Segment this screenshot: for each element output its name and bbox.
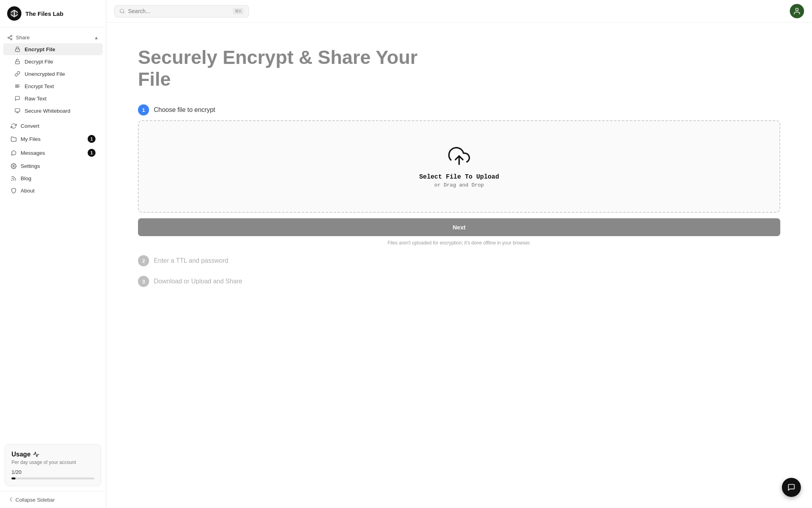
sidebar-item-blog-label: Blog xyxy=(21,175,31,181)
sidebar-item-about-label: About xyxy=(21,188,34,194)
lock-icon xyxy=(14,46,21,52)
sidebar-item-raw-text[interactable]: Raw Text xyxy=(3,92,103,104)
topbar: ⌘K xyxy=(106,0,812,23)
step-1-header: 1 Choose file to encrypt xyxy=(138,104,780,115)
step-3-header: 3 Download or Upload and Share xyxy=(138,276,780,287)
next-button[interactable]: Next xyxy=(138,218,780,236)
shield-icon xyxy=(10,187,17,194)
sidebar-item-blog[interactable]: Blog xyxy=(3,172,103,184)
collapse-icon: 《 xyxy=(7,496,12,503)
usage-card: Usage Per day usage of your account 1/20 xyxy=(5,444,101,486)
align-left-icon xyxy=(14,83,21,89)
sidebar-item-settings[interactable]: Settings xyxy=(3,160,103,172)
svg-line-5 xyxy=(9,36,11,37)
usage-bar-background xyxy=(11,477,94,479)
message-square-icon xyxy=(14,95,21,102)
sidebar-item-my-files-label: My Files xyxy=(21,136,40,142)
step-2-container: 2 Enter a TTL and password xyxy=(138,255,780,266)
sidebar-item-about[interactable]: About xyxy=(3,185,103,196)
share-section-label: Share xyxy=(16,35,30,40)
fab-icon xyxy=(787,483,795,491)
sidebar-item-messages[interactable]: Messages 1 xyxy=(3,146,103,160)
topbar-right xyxy=(790,4,804,18)
settings-icon xyxy=(10,163,17,169)
message-circle-icon xyxy=(10,150,17,156)
content-area: Securely Encrypt & Share Your File 1 Cho… xyxy=(106,23,812,508)
step-3-number: 3 xyxy=(138,276,149,287)
folder-icon xyxy=(10,136,17,142)
upload-primary-text: Select File To Upload xyxy=(419,173,499,181)
app-name: The Files Lab xyxy=(25,10,63,17)
sidebar-item-encrypt-file-label: Encrypt File xyxy=(25,46,55,52)
sidebar-item-secure-whiteboard[interactable]: Secure Whiteboard xyxy=(3,105,103,117)
search-input[interactable] xyxy=(128,8,230,14)
share-section-header[interactable]: Share ▲ xyxy=(0,32,106,43)
usage-bar-fill xyxy=(11,477,15,479)
sidebar-item-my-files[interactable]: My Files 1 xyxy=(3,132,103,146)
collapse-sidebar-button[interactable]: 《 Collapse Sidebar xyxy=(0,491,106,508)
page-title: Securely Encrypt & Share Your File xyxy=(138,46,780,90)
my-files-badge: 1 xyxy=(88,135,96,143)
sidebar-item-encrypt-text-label: Encrypt Text xyxy=(25,83,54,89)
step-1-container: 1 Choose file to encrypt Select File To … xyxy=(138,104,780,246)
refresh-icon xyxy=(10,123,17,129)
sidebar-item-messages-label: Messages xyxy=(21,150,45,156)
main-content: ⌘K Securely Encrypt & Share Your File 1 … xyxy=(106,0,812,508)
share-section-title: Share xyxy=(7,35,30,40)
svg-point-16 xyxy=(11,180,12,180)
svg-line-4 xyxy=(9,38,11,38)
rss-icon xyxy=(10,175,17,181)
fab-button[interactable] xyxy=(782,478,801,497)
sidebar-item-decrypt-file[interactable]: Decrypt File xyxy=(3,56,103,67)
search-shortcut: ⌘K xyxy=(233,8,244,15)
sidebar: The Files Lab Share ▲ Encrypt File xyxy=(0,0,106,508)
step-1-number: 1 xyxy=(138,104,149,115)
page-title-line2: File xyxy=(138,69,171,90)
step-2-number: 2 xyxy=(138,255,149,266)
sidebar-item-settings-label: Settings xyxy=(21,163,40,169)
sidebar-item-encrypt-file[interactable]: Encrypt File xyxy=(3,43,103,55)
step-2-label: Enter a TTL and password xyxy=(154,257,228,264)
app-logo xyxy=(7,6,21,21)
step-1-label: Choose file to encrypt xyxy=(154,106,215,114)
usage-subtitle: Per day usage of your account xyxy=(11,460,94,465)
sidebar-item-raw-text-label: Raw Text xyxy=(25,96,46,102)
chevron-up-icon: ▲ xyxy=(94,35,99,40)
messages-badge: 1 xyxy=(88,149,96,157)
svg-point-15 xyxy=(13,165,14,167)
step-3-container: 3 Download or Upload and Share xyxy=(138,276,780,287)
svg-rect-6 xyxy=(15,49,20,51)
upload-note: Files aren't uploaded for encryption; it… xyxy=(138,240,780,246)
page-title-line1: Securely Encrypt & Share Your xyxy=(138,47,417,68)
svg-line-18 xyxy=(123,12,124,13)
search-icon xyxy=(119,8,125,14)
unlock-icon xyxy=(14,58,21,65)
collapse-label: Collapse Sidebar xyxy=(15,497,55,503)
usage-title: Usage xyxy=(11,451,94,458)
sidebar-item-convert[interactable]: Convert xyxy=(3,120,103,132)
usage-count: 1/20 xyxy=(11,469,94,475)
sidebar-item-unencrypted-file[interactable]: Unencrypted File xyxy=(3,68,103,80)
user-avatar[interactable] xyxy=(790,4,804,18)
svg-point-19 xyxy=(796,8,799,11)
upload-cloud-icon xyxy=(448,145,470,167)
sidebar-item-secure-whiteboard-label: Secure Whiteboard xyxy=(25,108,71,114)
sidebar-item-encrypt-text[interactable]: Encrypt Text xyxy=(3,80,103,92)
sidebar-nav: Share ▲ Encrypt File Decrypt File xyxy=(0,27,106,439)
step-2-header: 2 Enter a TTL and password xyxy=(138,255,780,266)
upload-dropzone[interactable]: Select File To Upload or Drag and Drop xyxy=(138,120,780,213)
upload-secondary-text: or Drag and Drop xyxy=(435,182,484,188)
sidebar-item-unencrypted-file-label: Unencrypted File xyxy=(25,71,65,77)
sidebar-item-decrypt-file-label: Decrypt File xyxy=(25,59,53,65)
sidebar-bottom: Usage Per day usage of your account 1/20 xyxy=(0,439,106,491)
monitor-icon xyxy=(14,108,21,114)
svg-rect-7 xyxy=(15,61,20,64)
sidebar-header: The Files Lab xyxy=(0,0,106,27)
sidebar-item-convert-label: Convert xyxy=(21,123,39,129)
step-3-label: Download or Upload and Share xyxy=(154,278,242,285)
link-icon xyxy=(14,71,21,77)
search-box[interactable]: ⌘K xyxy=(114,5,249,17)
svg-rect-12 xyxy=(15,109,20,112)
